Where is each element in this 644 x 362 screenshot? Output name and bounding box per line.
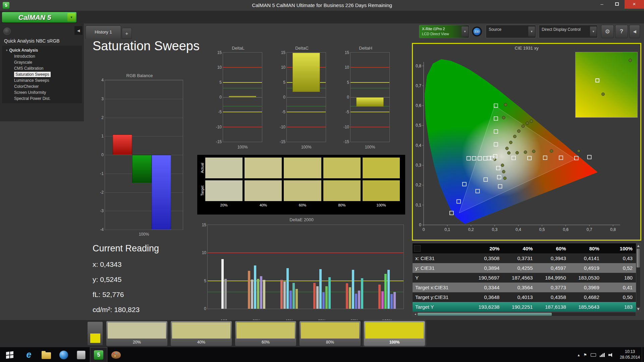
- deltah-chart: DeltaH 151050-5-10-15 100%: [340, 46, 391, 153]
- deltah-plot: 151050-5-10-15: [350, 52, 390, 142]
- chevron-down-icon[interactable]: ▾: [590, 26, 597, 37]
- deltae2000-chart: DeltaE 2000 15105010020%40%60%80%100%: [197, 217, 406, 320]
- scroll-down-icon[interactable]: ▼: [636, 307, 640, 312]
- sidebar-item-introduction[interactable]: Introduction: [2, 53, 82, 59]
- sidebar-item-spectral-power-dist[interactable]: Spectral Power Dist.: [2, 96, 82, 102]
- table-cell: 0,3731: [503, 255, 536, 261]
- table-cell: 0,3564: [503, 285, 536, 290]
- show-hidden-icons[interactable]: ▴: [578, 353, 580, 357]
- touch-keyboard-icon[interactable]: [591, 353, 596, 357]
- patch-tile-20[interactable]: 20%: [106, 321, 168, 346]
- taskbar-app-browser-sphere[interactable]: [55, 347, 72, 362]
- reading-cdm2: cd/m²: 180,823: [93, 306, 159, 314]
- deltac-plot: 151050-5-10-15: [286, 52, 326, 142]
- sidebar-item-luminance-sweeps[interactable]: Luminance Sweeps: [2, 77, 82, 83]
- axis-tick-label: 5: [277, 80, 285, 85]
- swatch-actual-100: [363, 158, 400, 178]
- settings-button[interactable]: ⚙: [601, 25, 614, 38]
- table-row-target-y-cie31[interactable]: Target y:CIE310,36480,40130,43580,46820,…: [413, 292, 636, 302]
- table-row-target-x-cie31[interactable]: Target x:CIE310,33440,35640,37730,39690,…: [413, 283, 636, 292]
- chart-title: DeltaH: [340, 46, 391, 51]
- chevron-down-icon[interactable]: ▾: [462, 26, 468, 37]
- close-button[interactable]: ×: [625, 0, 644, 9]
- delta-bar: [229, 96, 256, 97]
- taskbar-app-internet-explorer[interactable]: e: [20, 347, 38, 362]
- maximize-button[interactable]: [609, 0, 625, 9]
- flag-icon[interactable]: ⚑: [583, 353, 587, 357]
- sidebar-item-cms-calibration[interactable]: CMS Calibration: [2, 65, 82, 71]
- axis-tick-label: 5: [198, 279, 206, 283]
- cie-1931-panel[interactable]: CIE 1931 xy 00,10,20,30,40,50,60,70,800,…: [412, 43, 641, 241]
- sidebar-menu-button[interactable]: [3, 27, 11, 35]
- sidebar-item-screen-uniformity[interactable]: Screen Uniformity: [2, 89, 82, 96]
- logo-dropdown-icon[interactable]: ▾: [67, 13, 75, 21]
- table-row-y[interactable]: Y190,5697187,4563184,9950183,0530180: [413, 273, 636, 283]
- start-button[interactable]: [0, 347, 19, 362]
- sidebar-item-grayscale[interactable]: Grayscale: [2, 59, 82, 65]
- scroll-up-icon[interactable]: ▲: [636, 244, 640, 248]
- scrollbar-thumb[interactable]: [637, 249, 640, 267]
- table-cell: 0,4141: [570, 255, 603, 261]
- sidebar-item-quick-analysis[interactable]: ▾Quick Analysis: [2, 47, 82, 53]
- active-patch-swatch: [90, 334, 100, 343]
- patch-tile-60[interactable]: 60%: [235, 321, 297, 346]
- taskbar-clock[interactable]: 10:13 28.05.2014: [620, 349, 640, 360]
- taskbar-app-image-viewer[interactable]: [72, 347, 90, 362]
- taskbar-app-paint-palette[interactable]: [107, 347, 125, 362]
- swatch-row-label-text: Target: [200, 186, 204, 196]
- workflow-title: Quick Analysis NBC sRGB: [4, 38, 60, 44]
- svg-text:0,3: 0,3: [492, 227, 497, 232]
- patch-label: 60%: [236, 340, 295, 345]
- meter-dropdown[interactable]: X-Rite i1Pro 2 LCD Direct View ▾: [419, 25, 469, 38]
- sidebar-item-label: ColorChecker: [14, 84, 39, 89]
- deltae-bar: [346, 283, 348, 309]
- volume-icon[interactable]: [608, 353, 613, 357]
- patch-tile-40[interactable]: 40%: [170, 321, 232, 346]
- gridline: [105, 211, 183, 211]
- svg-text:0,7: 0,7: [587, 227, 592, 232]
- sidebar-item-saturation-sweeps[interactable]: Saturation Sweeps: [2, 71, 82, 77]
- patch-tile-80[interactable]: 80%: [299, 321, 361, 346]
- minimize-button[interactable]: –: [594, 0, 609, 9]
- vertical-scrollbar[interactable]: ▲ ▼: [636, 243, 641, 312]
- svg-text:0,7: 0,7: [416, 83, 421, 88]
- axis-tick-label: -4: [96, 227, 104, 232]
- deltae-bar: [358, 291, 360, 309]
- reference-line: [351, 127, 389, 127]
- axis-tick-label: -10: [277, 125, 285, 129]
- reference-line: [223, 112, 262, 112]
- show-desktop-button[interactable]: [642, 347, 644, 362]
- tab-history-1[interactable]: History 1: [86, 25, 121, 39]
- table-row-x-cie31[interactable]: x: CIE310,35080,37310,39430,41410,43: [413, 253, 636, 263]
- taskbar-app-calman-app[interactable]: 5: [90, 347, 107, 362]
- display-control-dropdown[interactable]: Direct Display Control ▾: [539, 25, 598, 38]
- swatch-actual-20: [205, 158, 243, 178]
- source-dropdown[interactable]: Source ▾: [486, 25, 536, 38]
- svg-text:0,5: 0,5: [416, 123, 421, 128]
- table-cell: 0,3969: [570, 285, 603, 290]
- table-column-header: 60%: [536, 246, 569, 251]
- network-icon[interactable]: [600, 353, 605, 357]
- patch-tile-100[interactable]: 100%: [364, 321, 425, 346]
- table-row-target-y[interactable]: Target Y193,6238190,2251187,6138185,5643…: [413, 302, 636, 312]
- table-row-y-cie31[interactable]: y: CIE310,38940,42550,45970,49190,52: [413, 263, 636, 273]
- scroll-left-icon[interactable]: ◂: [413, 312, 418, 316]
- sidebar-collapse-button[interactable]: ◀: [74, 26, 83, 35]
- bottom-strip: 20%40%60%80%100% ▲■▶▦∞◈ « Back Next »: [0, 320, 644, 347]
- taskbar-app-file-explorer[interactable]: [38, 347, 55, 362]
- panel-collapse-button[interactable]: ◀: [629, 25, 640, 38]
- sidebar-item-colorchecker[interactable]: ColorChecker: [2, 83, 82, 89]
- reading-y: y: 0,5245: [93, 276, 159, 284]
- help-button[interactable]: ?: [615, 25, 628, 38]
- chevron-down-icon[interactable]: ▾: [528, 26, 535, 37]
- axis-tick-label: 1: [96, 134, 104, 138]
- deltae-bar: [283, 282, 286, 309]
- deltae-bar: [352, 270, 354, 309]
- calman-logo[interactable]: CalMAN 5 ▾: [2, 12, 76, 22]
- deltae-bar: [296, 289, 298, 309]
- scrollbar-thumb[interactable]: [418, 313, 552, 316]
- swatch-column-labels: 20%40%60%80%100%: [205, 203, 402, 207]
- meter-name: X-Rite i1Pro 2: [422, 27, 445, 31]
- horizontal-scrollbar[interactable]: ◂: [413, 312, 636, 316]
- add-tab-button[interactable]: +: [122, 28, 132, 39]
